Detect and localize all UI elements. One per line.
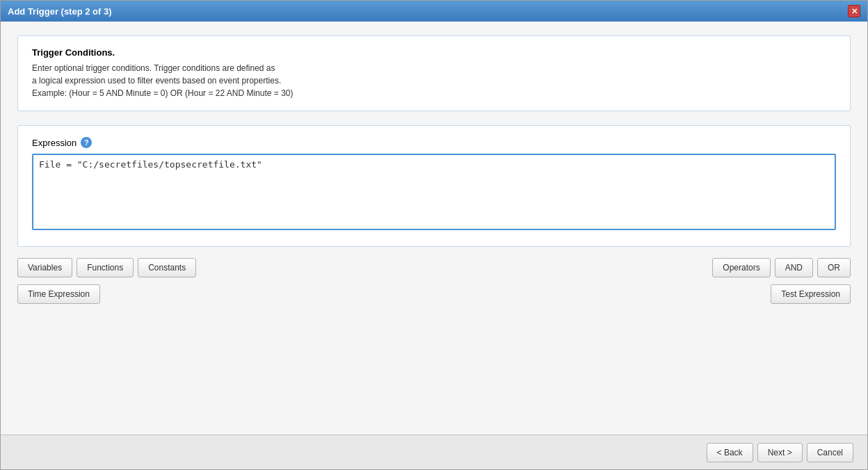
dialog-content: Trigger Conditions. Enter optional trigg… <box>1 22 867 435</box>
conditions-box: Trigger Conditions. Enter optional trigg… <box>17 35 851 111</box>
operators-button[interactable]: Operators <box>712 258 770 277</box>
close-button[interactable]: ✕ <box>848 5 860 17</box>
and-button[interactable]: AND <box>775 258 813 277</box>
button-row-1: Variables Functions Constants Operators … <box>17 258 851 277</box>
dialog: Add Trigger (step 2 of 3) ✕ Trigger Cond… <box>0 0 868 470</box>
or-button[interactable]: OR <box>817 258 851 277</box>
variables-button[interactable]: Variables <box>17 258 72 277</box>
functions-button[interactable]: Functions <box>77 258 134 277</box>
expression-textarea[interactable]: File = "C:/secretfiles/topsecretfile.txt… <box>32 154 836 230</box>
bottom-bar: < Back Next > Cancel <box>1 435 867 469</box>
time-expression-button[interactable]: Time Expression <box>17 284 100 304</box>
dialog-title: Add Trigger (step 2 of 3) <box>8 6 112 17</box>
title-bar: Add Trigger (step 2 of 3) ✕ <box>1 1 867 22</box>
expression-section: Expression ? File = "C:/secretfiles/tops… <box>17 125 851 247</box>
constants-button[interactable]: Constants <box>138 258 196 277</box>
back-button[interactable]: < Back <box>707 443 753 462</box>
conditions-description: Enter optional trigger conditions. Trigg… <box>32 62 836 99</box>
close-icon: ✕ <box>851 7 858 16</box>
conditions-title: Trigger Conditions. <box>32 47 836 58</box>
help-icon[interactable]: ? <box>81 137 92 148</box>
expression-label-text: Expression <box>32 138 77 148</box>
cancel-button[interactable]: Cancel <box>807 443 853 462</box>
test-expression-button[interactable]: Test Expression <box>771 284 851 304</box>
button-row-2: Time Expression Test Expression <box>17 284 851 304</box>
expression-label-row: Expression ? <box>32 137 836 148</box>
right-button-group: Operators AND OR <box>712 258 851 277</box>
next-button[interactable]: Next > <box>757 443 803 462</box>
